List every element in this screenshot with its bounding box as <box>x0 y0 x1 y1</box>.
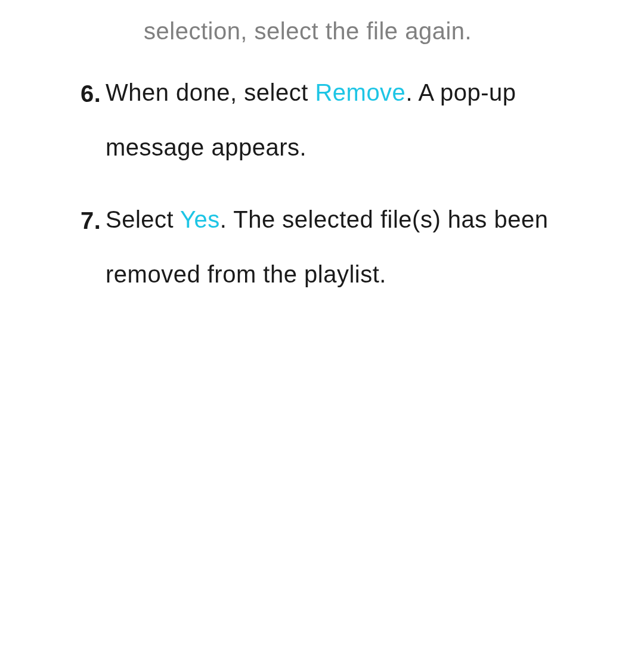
highlight-remove: Remove <box>315 79 405 105</box>
list-item-6: 6. When done, select Remove. A pop-up me… <box>80 80 608 175</box>
document-content: selection, select the file again. 6. Whe… <box>0 18 644 302</box>
list-number: 7. <box>80 207 106 302</box>
step-text: When done, select <box>106 79 315 105</box>
list-number: 6. <box>80 80 106 175</box>
list-text: Select Yes. The selected file(s) has bee… <box>106 192 608 302</box>
step-text: Select <box>106 206 180 232</box>
list-text: When done, select Remove. A pop-up messa… <box>106 65 608 175</box>
partial-previous-line: selection, select the file again. <box>144 18 608 45</box>
list-item-7: 7. Select Yes. The selected file(s) has … <box>80 207 608 302</box>
highlight-yes: Yes <box>180 206 220 232</box>
